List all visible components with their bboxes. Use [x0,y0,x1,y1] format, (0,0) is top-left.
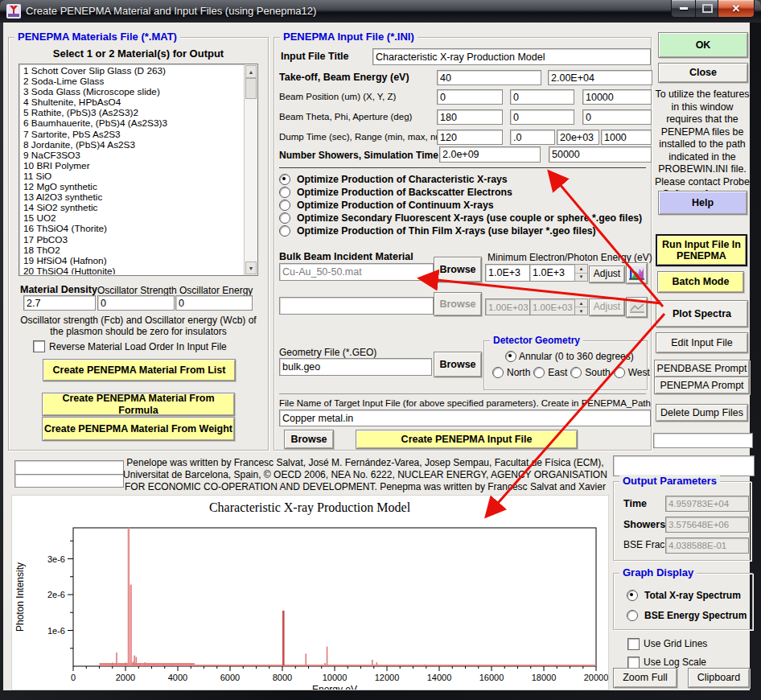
radio-icon[interactable] [279,187,290,198]
material-item[interactable]: 5 Rathite, (PbS)3 (As2S3)2 [20,107,244,117]
optimize-radio-row[interactable]: Optimize Secondary Fluorescent X-rays (u… [274,212,651,224]
detector-east-radio[interactable] [533,367,545,378]
input-file-title-field[interactable]: Characteristic X-ray Production Model [372,48,651,65]
bulk-material-field-2[interactable] [279,297,434,315]
maximize-button[interactable] [695,0,719,18]
range-num-field[interactable]: 1000 [601,130,652,145]
material-item[interactable]: 19 HfSiO4 (Hafnon) [20,255,244,266]
target-file-field[interactable]: Copper metal.in [279,410,651,426]
material-item[interactable]: 16 ThSiO4 (Thorite) [20,223,244,233]
detector-annular-radio[interactable] [505,351,516,362]
beam-energy-field[interactable]: 2.00E+04 [548,70,652,85]
stepper-down-icon[interactable]: ▼ [575,274,587,282]
radio-icon[interactable] [279,200,290,211]
title-bar[interactable]: Create PENEPMA Material and Input Files … [0,0,761,23]
detector-west-radio[interactable] [614,367,625,378]
plot-spectra-button[interactable]: Plot Spectra [656,300,748,327]
create-material-from-formula-button[interactable]: Create PENEPMA Material From Formula [42,393,235,416]
scrollbar-thumb[interactable] [245,78,257,99]
material-item[interactable]: 15 UO2 [20,212,244,223]
material-item[interactable]: 11 SiO [20,171,244,181]
number-showers-field[interactable]: 2.0e+09 [439,146,541,163]
penepma-prompt-button[interactable]: PENEPMA Prompt [654,377,750,394]
radio-icon[interactable] [279,225,290,237]
use-log-scale-checkbox[interactable] [627,657,640,669]
material-item[interactable]: 14 SiO2 synthetic [20,202,244,212]
edit-input-file-button[interactable]: Edit Input File [656,332,748,353]
geometry-file-field[interactable]: bulk.geo [279,358,432,376]
create-input-file-button[interactable]: Create PENEPMA Input File [356,430,578,449]
bulk-material-field[interactable]: Cu-Au_50-50.mat [279,263,434,281]
beam-aperture-field[interactable]: 0 [582,109,652,125]
beam-phi-field[interactable]: 0 [510,109,574,125]
reverse-order-checkbox[interactable] [33,340,45,352]
scroll-down-icon[interactable]: ▼ [245,261,257,274]
osc-strength-field[interactable]: 0 [97,295,175,311]
radio-icon[interactable] [627,590,638,601]
dump-time-field[interactable]: 120 [437,130,503,145]
optimize-radio-row[interactable]: Optimize Production of Continuum X-rays [274,199,651,212]
batch-mode-button[interactable]: Batch Mode [657,271,744,293]
material-item[interactable]: 2 Soda-Lime Glass [20,76,244,86]
material-item[interactable]: 20 ThSiO4 (Huttonite) [20,266,244,274]
range-min-field[interactable]: .0 [510,130,555,145]
range-max-field[interactable]: 20e+03 [557,130,599,145]
materials-scrollbar[interactable]: ▲ ▼ [244,64,257,275]
beam-theta-field[interactable]: 180 [437,109,503,125]
material-item[interactable]: 17 PbCO3 [20,234,244,245]
detector-south-radio[interactable] [570,367,582,378]
min-electron-energy-field[interactable]: 1.0E+3 [485,264,533,282]
min-photon-energy-field[interactable]: 1.0E+3 [529,264,578,282]
material-item[interactable]: 13 Al2O3 synthetic [20,191,244,202]
stepper-up-icon[interactable]: ▲ [575,265,587,274]
close-dialog-button[interactable]: Close [658,63,748,83]
detector-north-radio[interactable] [492,367,504,378]
browse-geometry-button[interactable]: Browse [434,352,482,377]
radio-icon[interactable] [279,212,290,224]
run-input-file-button[interactable]: Run Input File In PENEPMA [656,234,747,266]
material-item[interactable]: 3 Soda Glass (Microscope slide) [20,86,244,97]
optimize-radio-row[interactable]: Optimize Production of Characteristic X-… [274,173,651,186]
material-item[interactable]: 9 NaCF3SO3 [20,150,244,160]
material-item[interactable]: 18 ThO2 [20,245,244,255]
graph-option-row[interactable]: Total X-ray Spectrum [622,585,751,605]
material-item[interactable]: 7 Sartorite, PbS As2S3 [20,129,244,139]
simulation-time-field[interactable]: 50000 [549,146,652,163]
adjust-button[interactable]: Adjust [589,266,625,283]
material-item[interactable]: 4 Shultenite, HPbAsO4 [20,97,244,107]
materials-listbox[interactable]: 1 Schott Cover Slip Glass (D 263)2 Soda-… [19,64,258,276]
material-item[interactable]: 1 Schott Cover Slip Glass (D 263) [20,65,244,76]
create-material-from-list-button[interactable]: Create PENEPMA Material From List [43,359,236,381]
material-item[interactable]: 8 Jordanite, (PbS)4 As2S3 [20,139,244,150]
takeoff-field[interactable]: 40 [437,70,541,85]
help-button[interactable]: Help [658,191,747,215]
browse-bulk-button[interactable]: Browse [434,257,482,282]
material-item[interactable]: 6 Baumhauerite, (PbS)4 (As2S3)3 [20,117,244,128]
delete-dump-files-button[interactable]: Delete Dump Files [656,404,748,422]
zoom-full-button[interactable]: Zoom Full [613,668,677,688]
target-file-label: File Name of Target Input File (for abov… [279,398,651,408]
radio-icon[interactable] [627,610,638,621]
graph-option-row[interactable]: BSE Energy Spectrum [622,605,751,625]
optimize-radio-row[interactable]: Optimize Production of Thin Film X-rays … [274,224,651,237]
browse-target-button[interactable]: Browse [284,430,334,449]
min-energy-stepper[interactable]: ▲▼ [574,264,588,282]
minimize-button[interactable] [671,0,697,18]
radio-icon[interactable] [279,174,290,185]
density-field[interactable]: 2.7 [23,295,96,311]
scroll-up-icon[interactable]: ▲ [245,65,257,78]
use-grid-lines-checkbox[interactable] [627,638,640,650]
clipboard-button[interactable]: Clipboard [688,668,750,688]
beam-position-z-field[interactable]: 10000 [582,89,652,105]
material-item[interactable]: 10 BRI Polymer [20,160,244,171]
beam-position-y-field[interactable]: 0 [510,89,574,105]
create-material-from-weight-button[interactable]: Create PENEPMA Material From Weight [42,417,235,441]
material-item[interactable]: 12 MgO synthetic [20,181,244,191]
optimize-radio-row[interactable]: Optimize Production of Backscatter Elect… [274,186,651,199]
ok-button[interactable]: OK [658,32,748,58]
beam-position-x-field[interactable]: 0 [437,89,503,105]
pendbase-prompt-button[interactable]: PENDBASE Prompt [654,360,750,377]
spectrum-preview-button[interactable] [626,262,648,284]
osc-energy-field[interactable]: 0 [175,295,253,311]
close-button[interactable]: ✕ [718,0,755,18]
